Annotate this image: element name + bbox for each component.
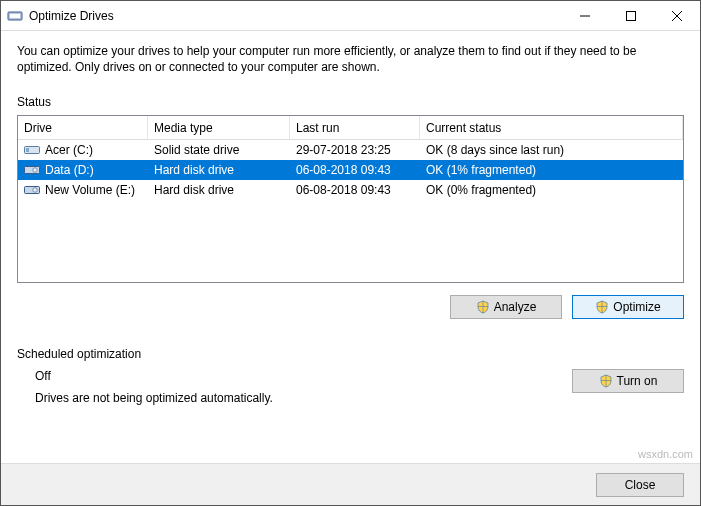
media-type: Hard disk drive	[148, 183, 290, 197]
turn-on-label: Turn on	[617, 374, 658, 388]
media-type: Hard disk drive	[148, 163, 290, 177]
list-header: Drive Media type Last run Current status	[18, 116, 683, 140]
table-row[interactable]: Acer (C:)Solid state drive29-07-2018 23:…	[18, 140, 683, 160]
svg-point-11	[33, 188, 37, 192]
schedule-state: Off	[35, 369, 552, 383]
svg-point-9	[33, 168, 37, 172]
analyze-button[interactable]: Analyze	[450, 295, 562, 319]
drive-icon	[24, 184, 40, 196]
svg-rect-3	[627, 11, 636, 20]
scheduled-optimization-label: Scheduled optimization	[17, 347, 684, 361]
intro-text: You can optimize your drives to help you…	[17, 43, 684, 75]
drives-list: Drive Media type Last run Current status…	[17, 115, 684, 283]
app-icon	[7, 8, 23, 24]
table-row[interactable]: New Volume (E:)Hard disk drive06-08-2018…	[18, 180, 683, 200]
watermark: wsxdn.com	[638, 448, 693, 460]
last-run: 06-08-2018 09:43	[290, 163, 420, 177]
last-run: 29-07-2018 23:25	[290, 143, 420, 157]
drive-name: Acer (C:)	[45, 143, 93, 157]
bottom-bar: Close	[1, 463, 700, 505]
status-label: Status	[17, 95, 684, 109]
close-dialog-button[interactable]: Close	[596, 473, 684, 497]
drive-icon	[24, 164, 40, 176]
optimize-label: Optimize	[613, 300, 660, 314]
svg-rect-7	[26, 148, 29, 152]
shield-icon	[595, 300, 609, 314]
maximize-button[interactable]	[608, 1, 654, 31]
close-label: Close	[625, 478, 656, 492]
svg-rect-1	[10, 14, 20, 18]
column-header-media[interactable]: Media type	[148, 116, 290, 140]
current-status: OK (1% fragmented)	[420, 163, 683, 177]
optimize-button[interactable]: Optimize	[572, 295, 684, 319]
window-title: Optimize Drives	[29, 9, 114, 23]
drive-icon	[24, 144, 40, 156]
current-status: OK (8 days since last run)	[420, 143, 683, 157]
drive-name: New Volume (E:)	[45, 183, 135, 197]
column-header-last-run[interactable]: Last run	[290, 116, 420, 140]
titlebar: Optimize Drives	[1, 1, 700, 31]
column-header-drive[interactable]: Drive	[18, 116, 148, 140]
minimize-button[interactable]	[562, 1, 608, 31]
current-status: OK (0% fragmented)	[420, 183, 683, 197]
schedule-description: Drives are not being optimized automatic…	[35, 391, 552, 405]
turn-on-button[interactable]: Turn on	[572, 369, 684, 393]
analyze-label: Analyze	[494, 300, 537, 314]
last-run: 06-08-2018 09:43	[290, 183, 420, 197]
shield-icon	[599, 374, 613, 388]
close-button[interactable]	[654, 1, 700, 31]
shield-icon	[476, 300, 490, 314]
media-type: Solid state drive	[148, 143, 290, 157]
table-row[interactable]: Data (D:)Hard disk drive06-08-2018 09:43…	[18, 160, 683, 180]
column-header-status[interactable]: Current status	[420, 116, 683, 140]
drive-name: Data (D:)	[45, 163, 94, 177]
